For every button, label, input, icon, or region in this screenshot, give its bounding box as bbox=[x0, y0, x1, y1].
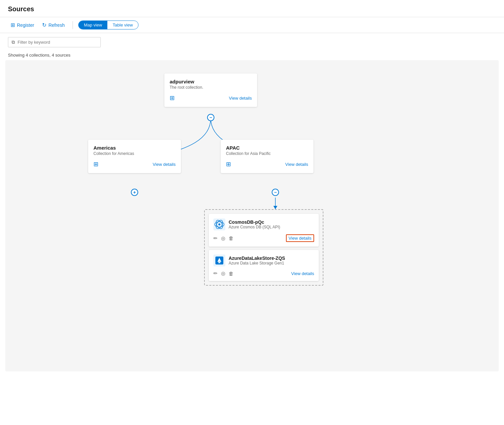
datalake-source-footer: ✏ ◎ 🗑 View details bbox=[213, 270, 314, 276]
svg-marker-3 bbox=[273, 206, 277, 209]
minus-icon: − bbox=[209, 115, 212, 120]
americas-grid-icon: ⊞ bbox=[93, 161, 98, 168]
root-view-details-link[interactable]: View details bbox=[229, 96, 252, 101]
americas-card-footer: ⊞ View details bbox=[93, 161, 176, 168]
root-card-icons: ⊞ bbox=[170, 94, 175, 102]
apac-card: APAC Collection for Asia Pacific ⊞ View … bbox=[221, 140, 313, 173]
datalake-scan-button[interactable]: ◎ bbox=[221, 270, 225, 276]
root-card-footer: ⊞ View details bbox=[170, 94, 252, 102]
root-card-subtitle: The root collection. bbox=[170, 85, 252, 90]
register-button[interactable]: ⊞ Register bbox=[8, 21, 37, 29]
cosmos-subtitle: Azure Cosmos DB (SQL API) bbox=[229, 225, 280, 229]
cosmos-edit-button[interactable]: ✏ bbox=[213, 235, 218, 241]
filter-input-wrapper: ⧉ bbox=[8, 37, 101, 47]
americas-expand-btn[interactable]: + bbox=[131, 189, 138, 196]
svg-point-7 bbox=[218, 223, 220, 225]
toolbar: ⊞ Register ↻ Refresh Map view Table view bbox=[0, 17, 504, 33]
cosmos-scan-button[interactable]: ◎ bbox=[221, 235, 225, 241]
datalake-delete-button[interactable]: 🗑 bbox=[229, 270, 234, 276]
datalake-source-card: AzureDataLakeStore-ZQS Azure Data Lake S… bbox=[209, 250, 319, 281]
register-icon: ⊞ bbox=[11, 22, 15, 28]
apac-minus-icon: − bbox=[274, 190, 277, 195]
toolbar-separator bbox=[73, 21, 73, 29]
cosmos-source-header: CosmosDB-pQc Azure Cosmos DB (SQL API) bbox=[213, 218, 314, 230]
refresh-button[interactable]: ↻ Refresh bbox=[39, 21, 67, 29]
datalake-source-header: AzureDataLakeStore-ZQS Azure Data Lake S… bbox=[213, 255, 314, 266]
filter-input[interactable] bbox=[18, 40, 90, 45]
filter-icon: ⧉ bbox=[12, 39, 15, 45]
apac-grid-icon: ⊞ bbox=[226, 161, 231, 168]
datalake-source-icons: ✏ ◎ 🗑 bbox=[213, 270, 234, 276]
plus-icon: + bbox=[133, 190, 136, 195]
apac-collapse-btn[interactable]: − bbox=[272, 189, 279, 196]
sources-container: CosmosDB-pQc Azure Cosmos DB (SQL API) ✏… bbox=[204, 209, 323, 286]
americas-view-details-link[interactable]: View details bbox=[153, 162, 176, 167]
table-view-button[interactable]: Table view bbox=[107, 21, 138, 29]
apac-card-subtitle: Collection for Asia Pacific bbox=[226, 151, 308, 156]
datalake-subtitle: Azure Data Lake Storage Gen1 bbox=[229, 261, 285, 265]
filter-bar: ⧉ bbox=[0, 33, 504, 51]
root-grid-icon: ⊞ bbox=[170, 94, 175, 102]
cosmos-title: CosmosDB-pQc bbox=[229, 219, 280, 225]
americas-card-subtitle: Collection for Americas bbox=[93, 151, 176, 156]
root-card-title: adpurview bbox=[170, 79, 252, 84]
datalake-icon bbox=[213, 255, 225, 266]
root-card: adpurview The root collection. ⊞ View de… bbox=[164, 73, 257, 107]
register-label: Register bbox=[17, 23, 34, 28]
apac-card-title: APAC bbox=[226, 145, 308, 151]
americas-card-title: Americas bbox=[93, 145, 176, 151]
cosmos-view-details-link[interactable]: View details bbox=[286, 234, 314, 242]
map-view-button[interactable]: Map view bbox=[79, 21, 107, 29]
refresh-icon: ↻ bbox=[42, 22, 46, 28]
svg-rect-10 bbox=[218, 262, 220, 263]
cosmos-delete-button[interactable]: 🗑 bbox=[229, 235, 234, 241]
apac-card-icons: ⊞ bbox=[226, 161, 231, 168]
datalake-text: AzureDataLakeStore-ZQS Azure Data Lake S… bbox=[229, 256, 285, 265]
refresh-label: Refresh bbox=[48, 23, 65, 28]
view-toggle: Map view Table view bbox=[78, 21, 139, 29]
map-canvas: adpurview The root collection. ⊞ View de… bbox=[5, 60, 499, 371]
cosmos-source-footer: ✏ ◎ 🗑 View details bbox=[213, 234, 314, 242]
cosmos-text: CosmosDB-pQc Azure Cosmos DB (SQL API) bbox=[229, 219, 280, 229]
page-header: Sources bbox=[0, 0, 504, 17]
datalake-title: AzureDataLakeStore-ZQS bbox=[229, 256, 285, 261]
apac-card-footer: ⊞ View details bbox=[226, 161, 308, 168]
americas-card-icons: ⊞ bbox=[93, 161, 98, 168]
apac-view-details-link[interactable]: View details bbox=[285, 162, 308, 167]
cosmos-source-card: CosmosDB-pQc Azure Cosmos DB (SQL API) ✏… bbox=[209, 214, 319, 247]
cosmos-icon bbox=[213, 218, 225, 230]
datalake-edit-button[interactable]: ✏ bbox=[213, 270, 218, 276]
americas-card: Americas Collection for Americas ⊞ View … bbox=[88, 140, 181, 173]
datalake-view-details-link[interactable]: View details bbox=[291, 271, 314, 276]
showing-text: Showing 4 collections, 4 sources bbox=[0, 51, 504, 60]
cosmos-source-icons: ✏ ◎ 🗑 bbox=[213, 235, 234, 241]
page-title: Sources bbox=[8, 5, 496, 17]
root-collapse-btn[interactable]: − bbox=[207, 114, 214, 121]
